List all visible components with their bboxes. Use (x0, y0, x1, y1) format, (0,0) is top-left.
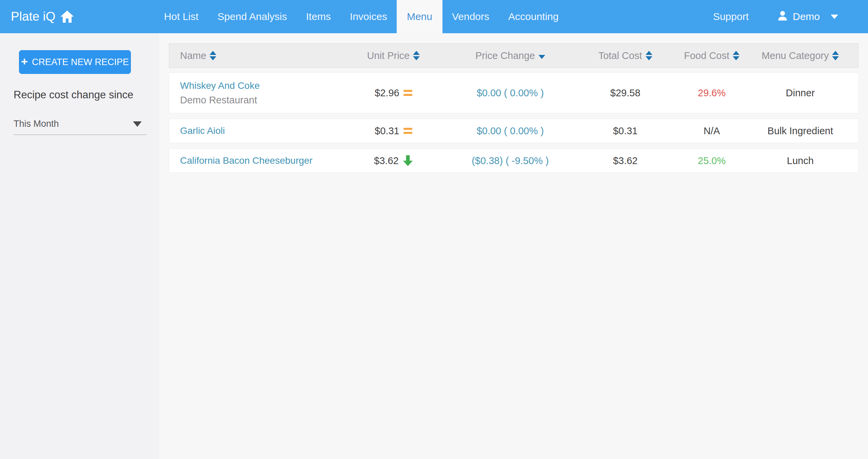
trend-flat-icon (403, 128, 412, 134)
user-menu[interactable]: Demo (777, 10, 838, 23)
top-navbar: Plate iQ Hot List Spend Analysis Items I… (0, 0, 868, 33)
table-header-row: Name Unit Price Price Change Total Cost … (169, 43, 859, 68)
price-change: $0.00 ( 0.00% ) (451, 125, 570, 137)
home-icon (60, 11, 74, 23)
restaurant-subtitle: Demo Restaurant (180, 95, 257, 106)
navbar-right: Support Demo (713, 0, 868, 33)
table-row: Whiskey And Coke Demo Restaurant $2.96 $… (169, 73, 859, 113)
table-row: Garlic Aioli $0.31 $0.00 ( 0.00% ) $0.31… (169, 119, 859, 143)
column-header-unit-price[interactable]: Unit Price (336, 50, 451, 61)
unit-price: $2.96 (375, 87, 399, 99)
column-header-name[interactable]: Name (169, 50, 336, 61)
price-change: $0.00 ( 0.00% ) (451, 87, 570, 99)
sidebar: + CREATE NEW RECIPE Recipe cost change s… (0, 33, 159, 459)
period-select[interactable]: This Month (14, 119, 146, 135)
unit-price: $3.62 (374, 155, 399, 166)
menu-category: Bulk Ingredient (743, 125, 858, 137)
column-header-total-cost[interactable]: Total Cost (570, 50, 681, 61)
recipe-link[interactable]: Garlic Aioli (180, 125, 225, 136)
food-cost: 25.0% (681, 155, 743, 166)
main-content: Name Unit Price Price Change Total Cost … (159, 33, 868, 459)
column-header-food-cost[interactable]: Food Cost (681, 50, 743, 61)
sort-icon (733, 51, 739, 60)
tab-accounting[interactable]: Accounting (499, 0, 568, 33)
trend-down-icon (403, 155, 413, 166)
table-row: California Bacon Cheeseburger $3.62 ($0.… (169, 148, 859, 173)
tab-invoices[interactable]: Invoices (340, 0, 397, 33)
tab-items[interactable]: Items (296, 0, 340, 33)
tab-hot-list[interactable]: Hot List (155, 0, 208, 33)
tab-vendors[interactable]: Vendors (442, 0, 499, 33)
select-caret-icon (133, 121, 142, 127)
total-cost: $3.62 (570, 155, 681, 166)
sort-icon (646, 51, 652, 60)
create-new-recipe-button[interactable]: + CREATE NEW RECIPE (19, 50, 131, 74)
recipe-cost-filter-label: Recipe cost change since (14, 89, 159, 101)
unit-price: $0.31 (375, 125, 399, 137)
logo-text: Plate iQ (11, 9, 56, 24)
sort-icon (832, 51, 839, 60)
total-cost: $0.31 (570, 125, 681, 137)
trend-flat-icon (403, 90, 412, 96)
column-header-price-change[interactable]: Price Change (451, 50, 570, 61)
recipe-link[interactable]: California Bacon Cheeseburger (180, 155, 313, 166)
nav-tabs: Hot List Spend Analysis Items Invoices M… (155, 0, 568, 33)
user-icon (777, 10, 788, 23)
sort-desc-icon (538, 55, 545, 59)
tab-spend-analysis[interactable]: Spend Analysis (208, 0, 296, 33)
sort-icon (413, 51, 420, 60)
menu-category: Dinner (743, 87, 858, 99)
create-new-recipe-label: CREATE NEW RECIPE (32, 57, 129, 67)
plus-icon: + (21, 56, 28, 67)
food-cost: N/A (681, 125, 743, 137)
food-cost: 29.6% (681, 87, 743, 99)
logo[interactable]: Plate iQ (0, 0, 74, 33)
total-cost: $29.58 (570, 87, 681, 99)
period-select-value: This Month (14, 119, 59, 129)
sort-icon (210, 51, 216, 60)
user-name: Demo (793, 11, 820, 22)
support-link[interactable]: Support (713, 11, 749, 22)
tab-menu[interactable]: Menu (397, 0, 442, 33)
recipe-link[interactable]: Whiskey And Coke (180, 80, 260, 91)
column-header-menu-category[interactable]: Menu Category (743, 50, 858, 61)
chevron-down-icon (831, 15, 838, 19)
price-change: ($0.38) ( -9.50% ) (451, 155, 570, 166)
menu-category: Lunch (743, 155, 858, 166)
